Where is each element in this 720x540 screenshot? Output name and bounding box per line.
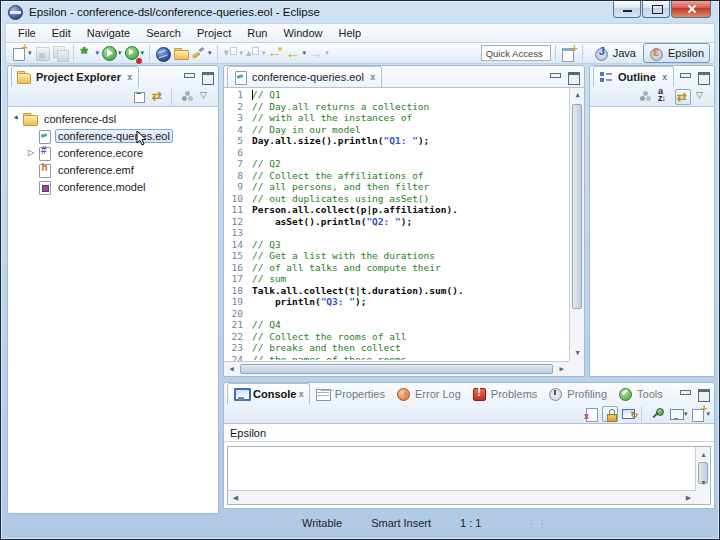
toolbar-right: JavaEpsilon <box>481 43 710 63</box>
scroll-lock-icon[interactable] <box>602 406 618 422</box>
forward-button: ▾ <box>307 43 330 63</box>
maximize-button[interactable] <box>642 1 670 18</box>
close-outline-tab-icon[interactable]: x <box>662 72 667 82</box>
menu-run[interactable]: Run <box>239 25 275 41</box>
menu-edit[interactable]: Edit <box>44 25 79 41</box>
menu-file[interactable]: File <box>10 25 44 41</box>
model-file-icon <box>36 179 52 195</box>
minimize-view-icon[interactable] <box>181 70 197 84</box>
menu-search[interactable]: Search <box>138 25 189 41</box>
twisty-icon[interactable]: ▷ <box>26 148 36 157</box>
tab-profiling[interactable]: Profiling <box>542 383 612 404</box>
editor-horizontal-scrollbar[interactable]: ◀ ▶ <box>224 361 569 376</box>
focus-view-icon[interactable] <box>637 89 653 105</box>
new-wizard-dropdown-icon[interactable]: ▾ <box>28 49 32 57</box>
line-number: 5 <box>224 135 243 147</box>
maximize-view-icon[interactable] <box>199 70 215 84</box>
code-line: // Day.all returns a collection <box>252 101 568 113</box>
tab-editor-conference-queries[interactable]: conference-queries.eol x <box>227 66 382 87</box>
tab-properties[interactable]: Properties <box>310 383 390 404</box>
line-number: 11 <box>224 204 243 216</box>
pin-console-icon[interactable] <box>649 406 665 422</box>
close-button[interactable] <box>671 1 711 18</box>
maximize-outline-icon[interactable] <box>695 70 711 84</box>
tab-problems[interactable]: Problems <box>466 383 542 404</box>
tree-item-conference.emf[interactable]: conference.emf <box>8 161 218 178</box>
view-menu-icon[interactable] <box>694 89 710 105</box>
web-browser-button[interactable] <box>154 43 172 63</box>
minimize-button[interactable] <box>613 1 641 18</box>
code-line: Day.all.size().println("Q1: "); <box>252 135 568 147</box>
tab-outline[interactable]: Outline x <box>593 66 674 87</box>
link-with-editor-icon[interactable] <box>151 89 167 105</box>
console-horizontal-scrollbar[interactable]: ◀ ▶ <box>228 490 696 504</box>
tree-item-conference.model[interactable]: conference.model <box>8 178 218 195</box>
editor-body[interactable]: 1234567891011121314151617181920212223242… <box>224 87 584 376</box>
menu-help[interactable]: Help <box>331 25 370 41</box>
run-button[interactable]: ▾ <box>100 43 123 63</box>
previous-annotation-icon <box>245 45 261 61</box>
console-output-area[interactable]: ▲ ▼ ◀ ▶ <box>227 446 711 505</box>
back-button[interactable]: ▾ <box>285 43 308 63</box>
display-console-dropdown-icon[interactable]: ▾ <box>684 410 688 418</box>
line-number: 7 <box>224 158 243 170</box>
code-area[interactable]: // Q1// Day.all returns a collection// w… <box>252 89 568 360</box>
focus-view-icon[interactable] <box>179 89 195 105</box>
link-with-editor-icon[interactable] <box>675 89 691 105</box>
outline-toolbar <box>590 87 714 106</box>
perspective-epsilon-button[interactable]: Epsilon <box>643 43 710 63</box>
tab-tools[interactable]: Tools <box>612 383 668 404</box>
open-console-icon[interactable] <box>690 406 706 422</box>
code-line: // Get a list with the durations <box>252 250 568 262</box>
close-tab-icon[interactable]: x <box>127 72 132 82</box>
menu-project[interactable]: Project <box>189 25 239 41</box>
new-wizard-button[interactable]: ▾ <box>10 43 33 63</box>
last-edit-button[interactable] <box>267 43 285 63</box>
line-number-gutter: 1234567891011121314151617181920212223242… <box>224 89 248 377</box>
code-line <box>252 308 568 320</box>
close-editor-tab-icon[interactable]: x <box>370 72 375 82</box>
minimize-editor-icon[interactable] <box>547 70 563 84</box>
run-dropdown-icon[interactable]: ▾ <box>118 49 122 57</box>
tree-item-label: conference.model <box>55 180 148 194</box>
minimize-outline-icon[interactable] <box>677 70 693 84</box>
line-number: 20 <box>224 308 243 320</box>
launch-epsilon-button[interactable]: ▾ <box>78 43 101 63</box>
perspective-java-button[interactable]: Java <box>589 43 641 63</box>
display-console-icon[interactable] <box>668 406 684 422</box>
collapse-all-icon[interactable] <box>132 89 148 105</box>
launch-epsilon-dropdown-icon[interactable]: ▾ <box>96 49 100 57</box>
maximize-editor-icon[interactable] <box>565 70 581 84</box>
maximize-console-icon[interactable] <box>695 387 711 401</box>
mark-brush-dropdown-icon[interactable]: ▾ <box>208 49 212 57</box>
open-perspective-button[interactable] <box>560 43 578 63</box>
comment-text: // Q3 <box>252 239 281 250</box>
code-text: ); <box>355 296 366 307</box>
code-line: // the names of these rooms <box>252 354 568 361</box>
quick-access-input[interactable] <box>481 45 551 61</box>
open-resource-button[interactable] <box>172 43 190 63</box>
back-dropdown-icon[interactable]: ▾ <box>303 49 307 57</box>
sort-az-icon[interactable] <box>656 89 672 105</box>
menu-navigate[interactable]: Navigate <box>79 25 138 41</box>
close-tab-icon[interactable]: x <box>298 389 303 399</box>
run-external-dropdown-icon[interactable]: ▾ <box>141 49 145 57</box>
tree-item-conference-queries.eol[interactable]: conference-queries.eol <box>8 127 218 144</box>
string-literal: "Q1: " <box>384 135 418 146</box>
minimize-console-icon[interactable] <box>677 387 693 401</box>
code-line: // with all the instances of <box>252 112 568 124</box>
editor-vertical-scrollbar[interactable]: ▲ ▼ <box>569 88 584 361</box>
menu-window[interactable]: Window <box>275 25 330 41</box>
tab-console[interactable]: Consolex <box>227 383 310 404</box>
tree-item-conference.ecore[interactable]: ▷conference.ecore <box>8 144 218 161</box>
tree-item-conference-dsl[interactable]: ▴conference-dsl <box>8 110 218 127</box>
tab-project-explorer[interactable]: Project Explorer x <box>11 66 139 87</box>
show-on-output-icon[interactable] <box>621 406 637 422</box>
code-line: Talk.all.collect(t|t.duration).sum(). <box>252 285 568 297</box>
console-vertical-scrollbar[interactable]: ▲ ▼ <box>695 447 710 490</box>
mark-brush-button[interactable]: ▾ <box>190 43 213 63</box>
view-menu-icon[interactable] <box>198 89 214 105</box>
tab-error-log[interactable]: Error Log <box>390 383 466 404</box>
line-number: 2 <box>224 101 243 113</box>
run-external-button[interactable]: ▾ <box>123 43 146 63</box>
